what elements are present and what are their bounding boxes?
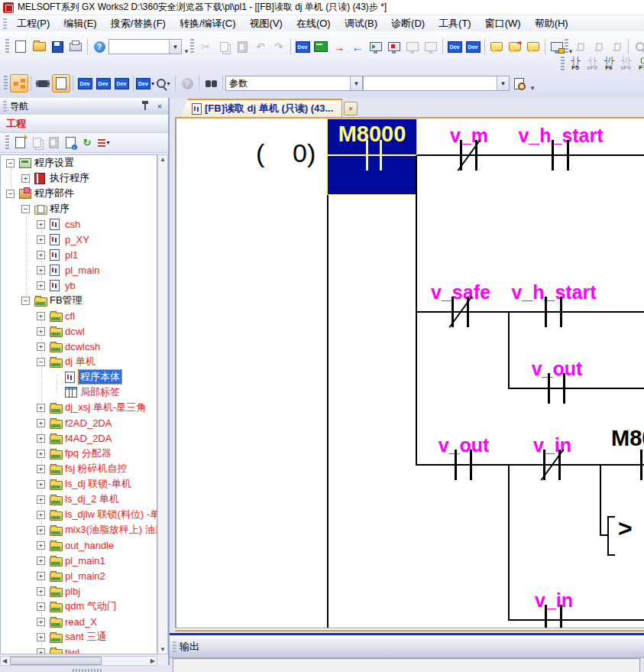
tree-item-label[interactable]: 执行程序 xyxy=(48,171,91,185)
tree-item-label[interactable]: 局部标签 xyxy=(79,385,121,399)
menu-item-5[interactable]: 视图(V) xyxy=(243,15,290,32)
tree-item-label[interactable]: fsj 粉碎机自控 xyxy=(63,462,129,476)
tree-item-label[interactable]: out_handle xyxy=(63,540,115,551)
tree-expand-plus-icon[interactable]: + xyxy=(37,327,45,336)
close-icon[interactable]: × xyxy=(154,100,166,112)
device-use-list-button[interactable]: Dev xyxy=(76,74,94,93)
contact-bar[interactable] xyxy=(455,450,457,480)
tree-item-fb[interactable]: −FB管理 xyxy=(1,293,157,308)
open-contact-or-sf5[interactable]: ┤├sF5 xyxy=(584,54,600,73)
contact-bar[interactable] xyxy=(545,605,547,629)
tree-item-label[interactable]: p_XY xyxy=(63,234,91,245)
menu-item-10[interactable]: 窗口(W) xyxy=(478,15,528,32)
toolbar-overflow-view[interactable]: ▾ xyxy=(528,75,537,92)
tree-item-p_xy[interactable]: +p_XY xyxy=(1,232,157,247)
tree-expand-plus-icon[interactable]: + xyxy=(37,434,45,443)
tree-expand-plus-icon[interactable]: + xyxy=(37,526,45,534)
scroll-up-icon[interactable]: ▲ xyxy=(158,155,167,164)
tree-item-ls_dj[interactable]: +ls_dj 联锁-单机 xyxy=(1,476,157,492)
toolbar-grip[interactable] xyxy=(561,57,565,72)
pin-icon[interactable] xyxy=(139,100,151,112)
tree-item-[interactable]: −程序 xyxy=(1,201,157,216)
ladder-editor[interactable]: ( 0) M8000 v_m v_h_start v_safe v_h_star… xyxy=(175,117,644,629)
tree-item-label[interactable]: f4AD_2DA xyxy=(63,433,113,444)
tree-expand-plus-icon[interactable]: + xyxy=(37,587,45,596)
tree-expand-plus-icon[interactable]: + xyxy=(37,281,45,290)
tree-item-label[interactable]: plbj xyxy=(63,586,82,597)
find-keyword-combo[interactable]: ▼ xyxy=(363,76,510,91)
scrollbar-thumb[interactable] xyxy=(10,657,102,665)
tree-vertical-scrollbar[interactable]: ▲ ▼ xyxy=(157,154,168,654)
device-search-button[interactable]: ▾ xyxy=(154,74,173,93)
tree-item-label[interactable]: ls_dj 联锁-单机 xyxy=(63,477,133,491)
tree-item-qdm[interactable]: +qdm 气动门 xyxy=(1,599,157,614)
menu-item-6[interactable]: 在线(O) xyxy=(290,15,338,32)
monitor-stop-button[interactable] xyxy=(385,37,403,56)
tree-expand-plus-icon[interactable]: + xyxy=(37,633,45,641)
navigation-window-button[interactable] xyxy=(10,74,28,93)
device-monitor-button[interactable]: Dev xyxy=(445,37,464,56)
tree-item-label[interactable]: dj 单机 xyxy=(63,355,97,368)
tree-item-f4ad_2da[interactable]: +f4AD_2DA xyxy=(1,430,157,446)
tree-item-read_x[interactable]: +read_X xyxy=(1,614,157,629)
new-project-button[interactable] xyxy=(11,37,30,56)
nav-new-item-button[interactable] xyxy=(11,135,28,151)
tree-item-[interactable]: 程序本体 xyxy=(1,369,157,385)
copy-button[interactable] xyxy=(215,37,233,56)
menu-item-1[interactable]: 工程(P) xyxy=(10,15,57,32)
nav-property-button[interactable] xyxy=(62,135,79,151)
tree-item-label[interactable]: qdm 气动门 xyxy=(63,599,118,613)
read-from-plc-button[interactable]: ← xyxy=(348,37,367,56)
tree-item-label[interactable]: FB管理 xyxy=(48,294,84,307)
scroll-left-icon[interactable]: ◀ xyxy=(1,657,8,665)
tree-item-dcwl[interactable]: +dcwl xyxy=(1,323,157,339)
write-to-plc-button[interactable]: → xyxy=(330,37,348,56)
tree-item-tjwl[interactable]: +tjwl xyxy=(1,644,157,654)
tree-item-label[interactable]: mix3(油脂放秤上) 油脂 xyxy=(63,523,157,537)
tree-item-label[interactable]: pl_main xyxy=(63,265,102,276)
tree-item-fpq[interactable]: +fpq 分配器 xyxy=(1,446,157,461)
tree-expand-plus-icon[interactable]: + xyxy=(37,342,45,351)
tree-item-label[interactable]: yb xyxy=(63,280,77,291)
find-target-combo[interactable]: 参数▼ xyxy=(225,76,363,91)
tree-item-dj[interactable]: −dj 单机 xyxy=(1,354,157,369)
statement-jump-button[interactable] xyxy=(506,37,524,56)
toolbar-grip[interactable] xyxy=(4,76,8,91)
tree-expand-plus-icon[interactable]: + xyxy=(37,480,45,489)
tree-expand-plus-icon[interactable]: + xyxy=(37,450,45,458)
scroll-right-icon[interactable]: ▶ xyxy=(149,657,157,665)
chevron-down-icon[interactable]: ▼ xyxy=(350,76,362,90)
tab-close-icon[interactable]: × xyxy=(344,102,358,115)
nav-copy-button[interactable] xyxy=(28,135,45,151)
tree-expand-plus-icon[interactable]: + xyxy=(37,266,45,274)
tree-item-yb[interactable]: +yb xyxy=(1,278,157,293)
tree-item-label[interactable]: 程序 xyxy=(48,202,71,216)
tree-item-label[interactable]: dj_xsj 单机-星三角 xyxy=(63,401,147,414)
menu-item-9[interactable]: 工具(T) xyxy=(432,15,478,32)
tree-expand-plus-icon[interactable]: + xyxy=(37,404,45,412)
device-find-button[interactable]: Dev xyxy=(293,37,312,56)
tree-item-[interactable]: 局部标签 xyxy=(1,385,157,400)
tree-horizontal-scrollbar[interactable]: ◀ ▶ xyxy=(0,656,157,666)
device-batch-button[interactable]: Dev xyxy=(94,74,112,93)
print-button[interactable] xyxy=(66,37,85,56)
open-project-button[interactable] xyxy=(30,37,48,56)
note-display-button[interactable] xyxy=(524,37,542,56)
tree-item-label[interactable]: cfl xyxy=(63,310,76,322)
tree-item-mix3[interactable]: +mix3(油脂放秤上) 油脂 xyxy=(1,522,157,537)
nav-refresh-button[interactable]: ↻ xyxy=(79,135,95,151)
panel-resize-grip[interactable] xyxy=(73,669,103,672)
find-in-document-button[interactable] xyxy=(510,74,528,93)
tree-item-pl_main1[interactable]: +pl_main1 xyxy=(1,553,157,568)
tree-item-ls_dj_2[interactable]: +ls_dj_2 单机 xyxy=(1,492,157,507)
tree-item-pl1[interactable]: +pl1 xyxy=(1,247,157,262)
redo-button[interactable]: ↷ xyxy=(270,37,288,56)
monitor-mode-button[interactable] xyxy=(403,37,422,56)
tree-item-dcwlcsh[interactable]: +dcwlcsh xyxy=(1,339,157,354)
tree-expand-plus-icon[interactable]: + xyxy=(37,220,45,229)
nav-sort-button[interactable]: ▾ xyxy=(95,135,112,151)
menu-item-3[interactable]: 搜索/替换(F) xyxy=(104,15,173,32)
save-project-button[interactable] xyxy=(48,37,66,56)
tree-expand-minus-icon[interactable]: − xyxy=(6,190,15,198)
tree-item-sant[interactable]: +sant 三通 xyxy=(1,629,157,644)
